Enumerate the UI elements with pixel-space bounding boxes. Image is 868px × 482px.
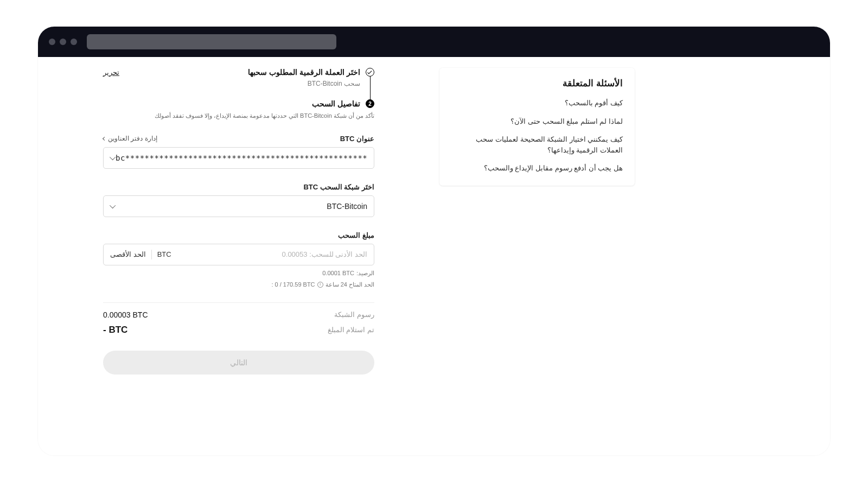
browser-titlebar <box>38 27 830 57</box>
step-2-note: تأكد من أن شبكة BTC-Bitcoin التي حددتها … <box>103 111 374 120</box>
max-button[interactable]: الحد الأقصى <box>110 250 151 258</box>
chevron-left-icon <box>103 136 106 140</box>
address-value: bc**************************************… <box>116 154 367 162</box>
step-1-title: اختَر العملة الرقمية المطلوب سحبها <box>125 68 360 77</box>
browser-frame: اختَر العملة الرقمية المطلوب سحبها تحرير… <box>38 27 830 455</box>
check-circle-icon <box>366 68 374 77</box>
amount-label: مبلغ السحب <box>338 231 374 239</box>
step-2-title: تفاصيل السحب <box>103 99 360 108</box>
page-body: اختَر العملة الرقمية المطلوب سحبها تحرير… <box>38 57 830 455</box>
step-2-row: 2 تفاصيل السحب <box>103 99 374 108</box>
manage-address-book-link[interactable]: إدارة دفتر العناوين <box>103 135 157 142</box>
info-icon[interactable]: i <box>317 282 323 288</box>
manage-address-text: إدارة دفتر العناوين <box>108 135 157 142</box>
network-select[interactable]: BTC-Bitcoin <box>103 195 374 217</box>
url-bar[interactable] <box>87 34 336 49</box>
divider <box>151 250 152 259</box>
window-dots <box>49 39 77 45</box>
summary-divider <box>103 302 374 303</box>
chevron-down-icon <box>110 154 116 160</box>
faq-item-3[interactable]: هل يجب أن أدفع رسوم مقابل الإيداع والسحب… <box>451 163 623 174</box>
address-label: عنوان BTC <box>340 135 374 143</box>
receive-value: - BTC <box>103 325 127 335</box>
limit-value: : 0 / 170.59 BTC <box>271 281 315 288</box>
limit-line: الحد المتاح 24 ساعة i : 0 / 170.59 BTC <box>103 281 374 288</box>
limit-label: الحد المتاح 24 ساعة <box>326 281 374 288</box>
withdrawal-form: اختَر العملة الرقمية المطلوب سحبها تحرير… <box>103 68 374 455</box>
dot-close[interactable] <box>49 39 55 45</box>
chevron-down-icon <box>110 202 116 208</box>
next-button[interactable]: التالي <box>103 351 374 375</box>
edit-link[interactable]: تحرير <box>103 68 119 77</box>
faq-title: الأسئلة المتعلقة <box>451 78 623 89</box>
network-label: اختَر شبكة السحب BTC <box>303 183 374 191</box>
dot-minimize[interactable] <box>60 39 66 45</box>
address-block: عنوان BTC إدارة دفتر العناوين bc********… <box>103 135 374 169</box>
address-select[interactable]: bc**************************************… <box>103 147 374 169</box>
balance-label: الرصيد: <box>356 270 374 277</box>
faq-card: الأسئلة المتعلقة كيف أقوم بالسحب؟ لماذا … <box>439 68 635 186</box>
network-block: اختَر شبكة السحب BTC BTC-Bitcoin <box>103 183 374 217</box>
step-1-sub: سحب BTC-Bitcoin <box>103 80 360 87</box>
faq-item-0[interactable]: كيف أقوم بالسحب؟ <box>451 98 623 109</box>
receive-row: تم استلام المبلغ - BTC <box>103 325 374 335</box>
step-1-row: اختَر العملة الرقمية المطلوب سحبها تحرير <box>103 68 374 77</box>
amount-input-row: BTC الحد الأقصى <box>103 244 374 265</box>
balance-value: 0.0001 BTC <box>322 270 354 276</box>
step-2-number-icon: 2 <box>366 99 374 108</box>
amount-unit: BTC <box>152 250 177 258</box>
amount-input[interactable] <box>177 250 367 258</box>
receive-label: تم استلام المبلغ <box>328 326 374 334</box>
faq-item-2[interactable]: كيف يمكنني اختيار الشبكة الصحيحة لعمليات… <box>451 134 623 155</box>
balance-line: الرصيد: 0.0001 BTC <box>103 270 374 277</box>
fee-label: رسوم الشبكة <box>334 310 374 319</box>
fee-value: 0.00003 BTC <box>103 310 148 319</box>
fee-row: رسوم الشبكة 0.00003 BTC <box>103 310 374 319</box>
network-value: BTC-Bitcoin <box>116 202 367 211</box>
faq-item-1[interactable]: لماذا لم استلم مبلغ السحب حتى الآن؟ <box>451 116 623 127</box>
steps-container: اختَر العملة الرقمية المطلوب سحبها تحرير… <box>103 68 374 120</box>
amount-block: مبلغ السحب BTC الحد الأقصى الرصيد: 0.000… <box>103 231 374 288</box>
dot-maximize[interactable] <box>71 39 77 45</box>
